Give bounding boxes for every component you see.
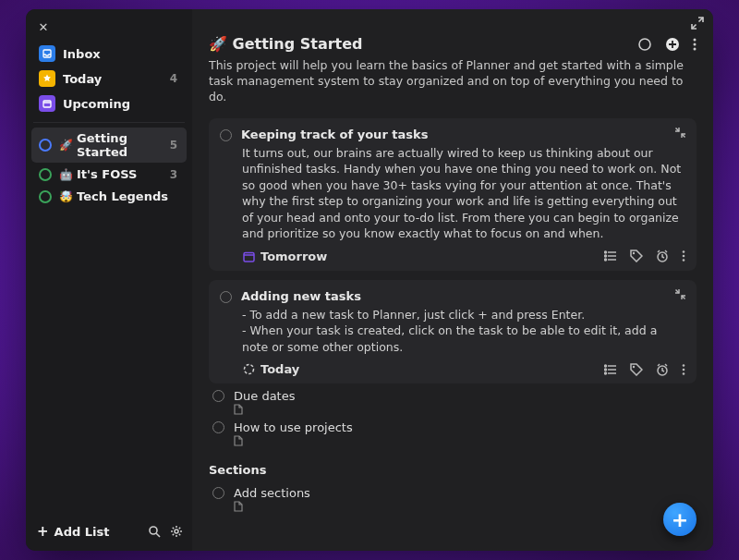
more-icon[interactable] (693, 37, 697, 52)
section-title: Sections (209, 463, 697, 477)
svg-line-13 (179, 528, 180, 529)
gear-icon[interactable] (170, 525, 183, 538)
project-count: 5 (170, 139, 179, 152)
svg-point-16 (639, 39, 650, 50)
task-card[interactable]: Keeping track of your tasks It turns out… (209, 118, 697, 271)
task-card[interactable]: Adding new tasks - To add a new task to … (209, 280, 697, 384)
project-label: It's FOSS (77, 167, 170, 181)
nav-item-today[interactable]: Today 4 (31, 67, 187, 91)
progress-circle-icon[interactable] (637, 37, 652, 52)
task-row[interactable]: Due dates (209, 385, 697, 403)
divider (33, 122, 185, 123)
svg-point-46 (605, 372, 607, 374)
task-checkbox[interactable] (212, 390, 224, 402)
add-list-button[interactable]: + Add List (37, 523, 139, 540)
sections-container: Sections Add sections (209, 446, 697, 512)
svg-line-33 (658, 250, 660, 252)
project-color-circle (39, 139, 52, 152)
svg-rect-0 (43, 50, 51, 57)
svg-point-28 (605, 251, 607, 253)
project-label: Getting Started (77, 131, 170, 159)
nav-label: Inbox (63, 47, 179, 61)
alarm-icon[interactable] (656, 363, 669, 376)
note-icon (234, 404, 697, 415)
svg-line-49 (658, 364, 660, 366)
project-label: Tech Legends (77, 189, 177, 203)
svg-point-18 (694, 38, 697, 41)
svg-rect-1 (43, 101, 51, 107)
inbox-icon (39, 45, 55, 62)
svg-point-45 (605, 369, 607, 371)
svg-line-10 (173, 528, 174, 529)
sidebar: ✕ Inbox Today 4 Upcoming (26, 9, 192, 551)
simple-tasks: Due dates How to use projects (209, 383, 697, 446)
sidebar-item-project[interactable]: 🤯 Tech Legends (31, 186, 187, 207)
project-header: 🚀 Getting Started (209, 35, 697, 53)
nav-label: Upcoming (63, 97, 179, 111)
note-icon (234, 501, 697, 512)
svg-point-35 (683, 250, 685, 253)
tag-icon[interactable] (630, 250, 643, 262)
sidebar-item-project[interactable]: 🤖 It's FOSS 3 (31, 164, 187, 185)
more-icon[interactable] (682, 250, 685, 262)
svg-line-12 (173, 534, 174, 535)
project-color-circle (39, 168, 52, 181)
collapse-icon[interactable] (675, 289, 685, 299)
due-icon (242, 363, 255, 376)
svg-line-50 (665, 364, 667, 366)
project-emoji: 🤯 (59, 190, 73, 203)
tag-icon[interactable] (630, 363, 643, 376)
fab-add-button[interactable]: + (663, 503, 697, 536)
nav-section: Inbox Today 4 Upcoming (26, 41, 192, 116)
due-date-chip[interactable]: Tomorrow (242, 250, 327, 263)
list-icon[interactable] (604, 363, 617, 376)
more-icon[interactable] (682, 363, 685, 376)
add-task-icon[interactable] (665, 37, 680, 52)
svg-point-3 (150, 527, 157, 534)
nav-item-inbox[interactable]: Inbox (31, 42, 187, 66)
task-body: - To add a new task to Planner, just cli… (242, 307, 685, 356)
svg-line-4 (156, 533, 160, 537)
svg-point-53 (683, 372, 685, 375)
task-title: Keeping track of your tasks (241, 128, 675, 141)
project-description: This project will help you learn the bas… (209, 58, 697, 105)
task-checkbox[interactable] (212, 487, 224, 499)
star-icon (39, 70, 55, 87)
svg-point-19 (694, 43, 697, 45)
expand-icon[interactable] (691, 17, 704, 30)
task-row[interactable]: How to use projects (209, 417, 697, 434)
task-checkbox[interactable] (212, 421, 224, 433)
nav-count: 4 (170, 72, 179, 85)
svg-point-47 (633, 365, 635, 367)
task-row[interactable]: Add sections (209, 482, 697, 500)
projects-section: 🚀 Getting Started 5 🤖 It's FOSS 3 🤯 Tech… (26, 127, 192, 208)
nav-item-upcoming[interactable]: Upcoming (31, 91, 187, 116)
svg-point-40 (244, 365, 253, 374)
plus-icon: + (37, 523, 49, 540)
due-label: Today (260, 362, 299, 376)
close-icon[interactable]: ✕ (35, 18, 52, 35)
project-emoji: 🤖 (59, 168, 73, 181)
svg-point-5 (175, 530, 178, 533)
sidebar-footer: + Add List (26, 514, 192, 551)
calendar-icon (39, 95, 55, 112)
app-window: ✕ Inbox Today 4 Upcoming (26, 9, 713, 551)
alarm-icon[interactable] (656, 250, 669, 262)
due-date-chip[interactable]: Today (242, 362, 299, 376)
due-label: Tomorrow (260, 250, 327, 263)
svg-line-11 (179, 534, 180, 535)
task-checkbox[interactable] (220, 129, 232, 141)
search-icon[interactable] (148, 525, 161, 538)
task-checkbox[interactable] (220, 291, 232, 303)
add-list-label: Add List (55, 525, 110, 539)
collapse-icon[interactable] (675, 128, 685, 138)
due-icon (242, 250, 255, 262)
svg-point-52 (683, 368, 685, 371)
task-title: How to use projects (234, 420, 353, 434)
list-icon[interactable] (604, 250, 617, 262)
task-actions (604, 250, 685, 262)
svg-point-30 (605, 259, 607, 261)
task-body: It turns out, our brains are actually wi… (242, 145, 685, 242)
header-actions (637, 37, 697, 52)
sidebar-item-project[interactable]: 🚀 Getting Started 5 (31, 128, 187, 163)
